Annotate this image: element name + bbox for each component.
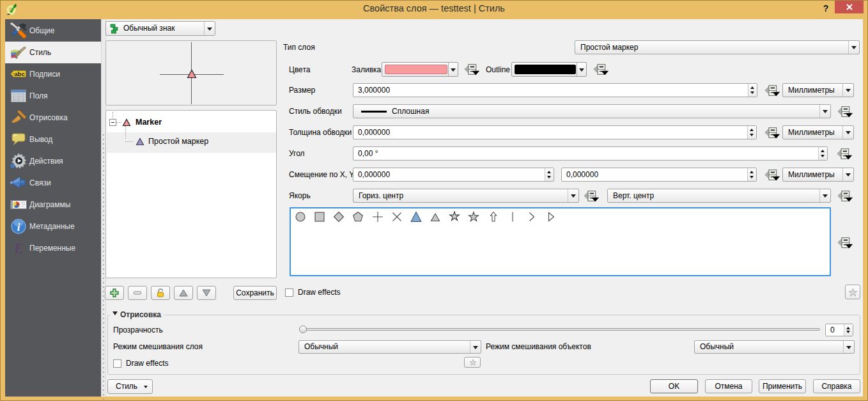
svg-text:abc: abc	[14, 70, 25, 77]
svg-text:Ɛ: Ɛ	[15, 240, 22, 256]
svg-text:i: i	[17, 221, 20, 233]
